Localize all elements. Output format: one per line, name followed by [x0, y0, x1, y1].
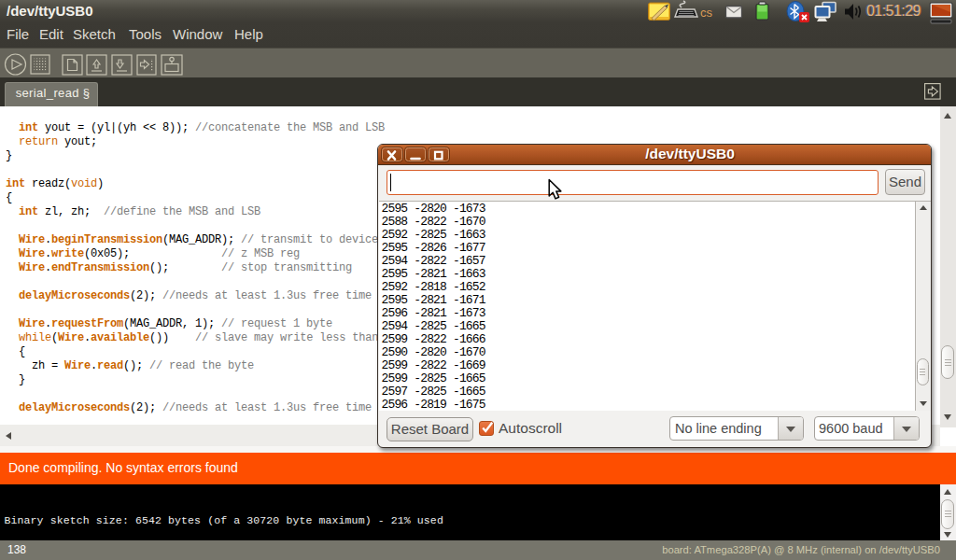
svg-text:cs: cs [700, 6, 713, 20]
